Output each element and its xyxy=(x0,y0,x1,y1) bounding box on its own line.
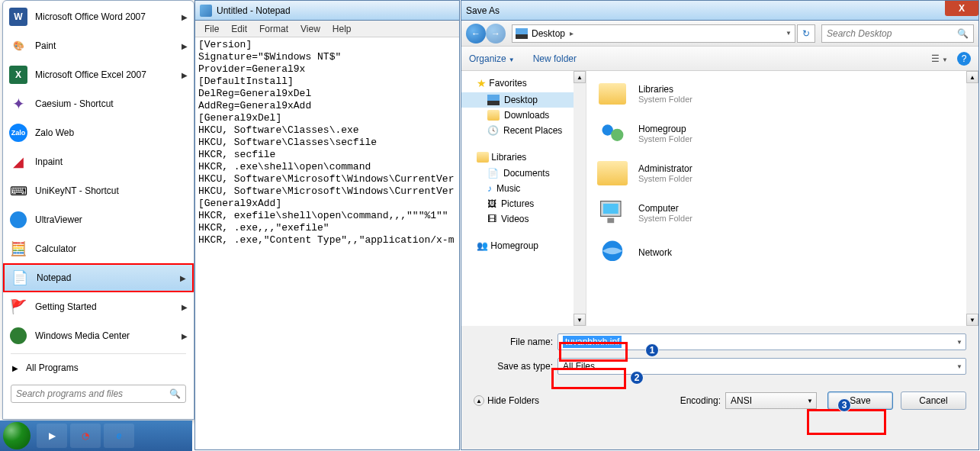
start-item-ultraviewer[interactable]: UltraViewer xyxy=(3,205,194,234)
start-item-caesium[interactable]: ✦ Caesium - Shortcut xyxy=(3,89,194,118)
chevron-down-icon[interactable]: ▼ xyxy=(786,30,792,37)
start-search-input[interactable] xyxy=(16,388,169,399)
start-item-excel[interactable]: X Microsoft Office Excel 2007 ▶ xyxy=(3,60,194,89)
tree-item-music[interactable]: ♪Music xyxy=(461,181,586,196)
notepad-icon: 📄 xyxy=(9,267,31,288)
tree-libraries-header[interactable]: Libraries xyxy=(461,149,586,166)
folder-item-computer[interactable]: ComputerSystem Folder xyxy=(586,193,978,233)
save-as-dialog: Save As X ← → Desktop ▸ ▼ ↻ 🔍 Organize▼ … xyxy=(461,0,979,450)
start-item-label: Notepad xyxy=(37,272,71,283)
start-item-calculator[interactable]: 🧮 Calculator xyxy=(3,234,194,263)
saveas-bottom: ▲ Hide Folders Encoding: ANSI ▼ Save Can… xyxy=(461,385,978,419)
start-item-paint[interactable]: 🎨 Paint ▶ xyxy=(3,31,194,60)
folder-scrollbar[interactable]: ▲ ▼ xyxy=(966,71,978,326)
taskbar-app-button[interactable]: ◔ xyxy=(70,424,101,448)
menu-file[interactable]: File xyxy=(198,24,225,34)
start-item-unikey[interactable]: ⌨ UniKeyNT - Shortcut xyxy=(3,176,194,205)
start-item-inpaint[interactable]: ◢ Inpaint xyxy=(3,147,194,176)
saveas-folder-list[interactable]: LibrariesSystem Folder HomegroupSystem F… xyxy=(586,71,978,326)
saveas-title: Save As xyxy=(466,5,500,16)
encoding-select[interactable]: ANSI ▼ xyxy=(725,392,817,409)
chevron-down-icon[interactable]: ▼ xyxy=(956,363,962,370)
filename-input[interactable]: tuvanbhxh.inf ▼ xyxy=(557,333,966,350)
submenu-arrow-icon: ▶ xyxy=(182,71,188,79)
start-item-label: Caesium - Shortcut xyxy=(35,98,114,109)
start-item-zalo[interactable]: Zalo Zalo Web xyxy=(3,118,194,147)
menu-view[interactable]: View xyxy=(294,24,326,34)
start-item-label: Getting Started xyxy=(35,301,97,312)
saveastype-select[interactable]: All Files ▼ xyxy=(557,358,966,375)
chevron-down-icon[interactable]: ▼ xyxy=(956,339,962,346)
start-item-label: Zalo Web xyxy=(35,127,74,138)
tree-scrollbar[interactable]: ▲ ▼ xyxy=(574,71,586,326)
view-options-button[interactable]: ☰ ▼ xyxy=(931,53,948,64)
all-programs-button[interactable]: ▶ All Programs xyxy=(3,356,194,380)
menu-edit[interactable]: Edit xyxy=(225,24,253,34)
calculator-icon: 🧮 xyxy=(8,238,29,259)
close-button[interactable]: X xyxy=(945,1,978,16)
hide-folders-button[interactable]: ▲ Hide Folders xyxy=(474,395,539,406)
start-item-word[interactable]: W Microsoft Office Word 2007 ▶ xyxy=(3,2,194,31)
zalo-icon: Zalo xyxy=(9,124,27,142)
help-button[interactable]: ? xyxy=(957,52,971,66)
notepad-window: Untitled - Notepad File Edit Format View… xyxy=(194,0,460,450)
start-item-label: Microsoft Office Excel 2007 xyxy=(35,69,146,80)
scroll-down-icon[interactable]: ▼ xyxy=(966,314,978,326)
annotation-number-2: 2 xyxy=(630,371,644,385)
scroll-up-icon[interactable]: ▲ xyxy=(966,71,978,83)
chevron-down-icon: ▼ xyxy=(509,56,515,63)
wmc-icon xyxy=(10,327,27,344)
ie-icon: e xyxy=(117,430,122,441)
tree-item-recent[interactable]: 🕓Recent Places xyxy=(461,123,586,138)
scroll-up-icon[interactable]: ▲ xyxy=(574,71,586,83)
tree-item-downloads[interactable]: Downloads xyxy=(461,108,586,123)
tree-homegroup-header[interactable]: 👥 Homegroup xyxy=(461,237,586,254)
star-icon: ★ xyxy=(477,77,487,89)
tree-item-documents[interactable]: 📄Documents xyxy=(461,166,586,181)
tree-item-videos[interactable]: 🎞Videos xyxy=(461,211,586,227)
folder-item-network[interactable]: Network xyxy=(586,233,978,272)
folder-item-homegroup[interactable]: HomegroupSystem Folder xyxy=(586,114,978,153)
saveas-tree[interactable]: ★ Favorites Desktop Downloads 🕓Recent Pl… xyxy=(461,71,586,326)
breadcrumb-arrow-icon[interactable]: ▸ xyxy=(570,29,574,37)
organize-button[interactable]: Organize▼ xyxy=(469,53,515,64)
tree-item-pictures[interactable]: 🖼Pictures xyxy=(461,196,586,211)
svg-rect-4 xyxy=(607,218,614,224)
start-orb-button[interactable] xyxy=(3,422,31,449)
homegroup-icon xyxy=(596,118,629,149)
recent-icon: 🕓 xyxy=(487,125,499,136)
chevron-down-icon[interactable]: ▼ xyxy=(807,398,813,404)
word-icon: W xyxy=(9,8,27,26)
address-bar[interactable]: Desktop ▸ ▼ xyxy=(512,24,795,43)
refresh-button[interactable]: ↻ xyxy=(797,24,815,43)
cancel-button[interactable]: Cancel xyxy=(901,391,966,410)
unikey-icon: ⌨ xyxy=(8,180,29,201)
all-programs-label: All Programs xyxy=(26,362,79,373)
notepad-titlebar[interactable]: Untitled - Notepad xyxy=(195,1,459,21)
folder-item-administrator[interactable]: AdministratorSystem Folder xyxy=(586,153,978,193)
taskbar-wmp-button[interactable]: ▶ xyxy=(37,424,67,448)
start-item-label: Inpaint xyxy=(35,156,63,167)
taskbar-ie-button[interactable]: e xyxy=(104,424,134,448)
start-item-notepad[interactable]: 📄 Notepad ▶ xyxy=(3,263,194,292)
start-item-label: Windows Media Center xyxy=(35,330,130,341)
start-item-getting-started[interactable]: 🚩 Getting Started ▶ xyxy=(3,292,194,321)
new-folder-button[interactable]: New folder xyxy=(533,53,577,64)
saveas-titlebar[interactable]: Save As X xyxy=(461,1,978,21)
saveas-search-input[interactable] xyxy=(827,28,957,39)
encoding-label: Encoding: xyxy=(680,395,721,406)
scroll-down-icon[interactable]: ▼ xyxy=(574,314,586,326)
menu-format[interactable]: Format xyxy=(253,24,294,34)
tree-item-desktop[interactable]: Desktop xyxy=(461,92,586,108)
folder-item-libraries[interactable]: LibrariesSystem Folder xyxy=(586,74,978,114)
tree-favorites-header[interactable]: ★ Favorites xyxy=(461,74,586,92)
annotation-number-3: 3 xyxy=(837,398,851,412)
back-button[interactable]: ← xyxy=(466,24,486,43)
forward-button[interactable]: → xyxy=(486,24,506,43)
start-item-wmc[interactable]: Windows Media Center ▶ xyxy=(3,321,194,350)
saveas-search-box: 🔍 xyxy=(821,24,974,43)
menu-help[interactable]: Help xyxy=(326,24,358,34)
notepad-textarea[interactable]: [Version] Signature="$Windows NT$" Provi… xyxy=(195,37,459,248)
saveastype-value: All Files xyxy=(563,361,595,372)
chevron-up-icon: ▲ xyxy=(474,395,484,406)
